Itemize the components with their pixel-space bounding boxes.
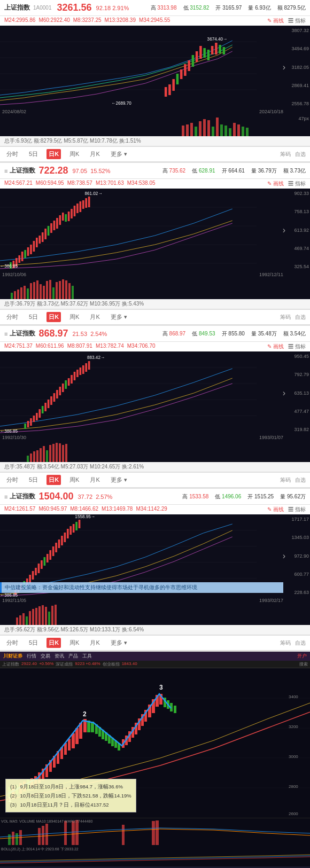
indicator-btn-2[interactable]: ☰ 指标 (288, 180, 306, 187)
tab-yuek-3[interactable]: 月K (88, 475, 102, 485)
choumar-btn-1[interactable]: 筹码 (280, 151, 291, 158)
svg-rect-153 (58, 539, 60, 548)
tab-more-1[interactable]: 更多 ▾ (108, 149, 129, 159)
tab-zhouk-3[interactable]: 周K (67, 475, 81, 485)
svg-rect-13 (199, 46, 202, 59)
tab-5ri-1[interactable]: 5日 (27, 149, 40, 159)
tab-fenshi-1[interactable]: 分时 (4, 149, 20, 159)
svg-rect-122 (30, 453, 32, 462)
indicator-btn-3[interactable]: ☰ 指标 (288, 343, 306, 350)
svg-rect-23 (186, 124, 189, 136)
tab-rik-1[interactable]: 日K (46, 149, 61, 159)
svg-text:3200: 3200 (289, 724, 298, 729)
tab-5ri-2[interactable]: 5日 (27, 312, 40, 322)
tab-rik-2[interactable]: 日K (46, 312, 61, 322)
svg-rect-7 (176, 74, 179, 84)
zixuan-btn-3[interactable]: 自选 (295, 476, 306, 484)
drawing-btn-3[interactable]: ✎ 画线 (267, 343, 284, 350)
stock-name-1: 上证指数 (4, 3, 30, 12)
svg-rect-76 (24, 286, 26, 299)
svg-rect-86 (56, 282, 58, 299)
svg-rect-247 (122, 825, 125, 845)
svg-rect-61 (65, 214, 67, 222)
svg-rect-78 (30, 283, 32, 299)
svg-rect-102 (42, 406, 44, 413)
scroll-indicator-3[interactable]: › (283, 388, 285, 398)
chart-with-notification: 1558.95→ ←386.85 1717.17 1345.03 972.90 … (0, 514, 310, 597)
svg-text:VOL MA5: VOLUME MA10:18940147 : VOL MA5: VOLUME MA10:18940147 MAR0:77444… (1, 819, 92, 823)
stock-name-4: 上证指数 (10, 492, 35, 501)
svg-rect-148 (44, 557, 46, 566)
tab-more-4[interactable]: 更多 ▾ (108, 638, 129, 648)
choumar-btn-4[interactable]: 筹码 (280, 639, 291, 647)
svg-rect-114 (76, 370, 79, 377)
annotation-box-1: (1）9月18日至10月8日，上涨984.7，涨幅36.6% (2）10月8日至… (5, 779, 136, 812)
scroll-indicator-1[interactable]: › (283, 62, 285, 72)
svg-rect-30 (216, 118, 219, 136)
choumar-btn-2[interactable]: 筹码 (280, 314, 291, 321)
svg-rect-128 (49, 445, 51, 462)
tab-rik-3[interactable]: 日K (46, 475, 61, 485)
tab-right-1: 筹码 自选 (280, 151, 306, 158)
svg-rect-8 (180, 69, 183, 79)
drawing-btn-2[interactable]: ✎ 画线 (267, 180, 284, 187)
svg-rect-100 (36, 413, 38, 420)
tab-yuek-1[interactable]: 月K (88, 149, 102, 159)
tab-zhouk-2[interactable]: 周K (67, 312, 81, 322)
svg-text:BOLL(20,2) 上:3014.14 中:2923.68: BOLL(20,2) 上:3014.14 中:2923.68 下:2833.22 (1, 847, 79, 851)
svg-rect-116 (82, 365, 84, 374)
svg-text:2600: 2600 (289, 811, 298, 816)
tab-more-3[interactable]: 更多 ▾ (108, 475, 129, 485)
sub-header-1: 上证指数 2922.40 +0.56% 深证成指 9223 +0.48% 创业板… (0, 661, 310, 668)
svg-rect-51 (36, 238, 38, 247)
zixuan-btn-1[interactable]: 自选 (295, 151, 306, 158)
svg-rect-146 (38, 564, 40, 573)
tab-rik-4[interactable]: 日K (46, 638, 61, 648)
tab-5ri-4[interactable]: 5日 (27, 638, 40, 648)
volume-chart-1: 47px (0, 115, 310, 136)
header-bar-4: ≡ 上证指数 1504.00 37.72 2.57% 高 1533.58 低 1… (0, 489, 310, 505)
header-bar-3: ≡ 上证指数 868.97 21.53 2.54% 高 868.97 低 849… (0, 326, 310, 342)
tab-fenshi-4[interactable]: 分时 (4, 638, 20, 648)
tab-zhouk-4[interactable]: 周K (67, 638, 81, 648)
drawing-btn-1[interactable]: ✎ 画线 (267, 17, 284, 25)
svg-rect-10 (188, 60, 190, 71)
svg-rect-103 (44, 403, 46, 411)
svg-rect-166 (26, 616, 28, 625)
svg-rect-126 (43, 446, 45, 462)
main-chart-3: 883.42→ ←386.85 950.45 792.79 635.13 477… (0, 351, 310, 434)
svg-rect-89 (65, 280, 67, 299)
svg-rect-124 (36, 450, 38, 462)
choumar-btn-3[interactable]: 筹码 (280, 476, 291, 484)
trading-header-1: 川财证券 行情 交易 资讯 产品 工具 开户 (0, 652, 310, 661)
tab-yuek-2[interactable]: 月K (88, 312, 102, 322)
tab-fenshi-3[interactable]: 分时 (4, 475, 20, 485)
zixuan-btn-4[interactable]: 自选 (295, 639, 306, 647)
tab-right-4: 筹码 自选 (280, 639, 306, 647)
tab-5ri-3[interactable]: 5日 (27, 475, 40, 485)
drawing-btn-4[interactable]: ✎ 画线 (267, 506, 284, 513)
svg-rect-155 (64, 533, 66, 542)
tab-fenshi-2[interactable]: 分时 (4, 312, 20, 322)
price-change-1: 92.18 2.91% (96, 5, 129, 11)
tab-zhouk-1[interactable]: 周K (67, 149, 81, 159)
svg-rect-99 (33, 416, 35, 422)
price-main-4: 1504.00 (38, 491, 73, 502)
svg-rect-56 (50, 223, 52, 233)
svg-rect-98 (30, 418, 32, 426)
svg-rect-130 (56, 443, 58, 462)
date-bar-2: 1992/10/06 1992/12/11 (0, 271, 310, 278)
scroll-indicator-2[interactable]: › (283, 225, 285, 235)
svg-rect-147 (41, 560, 43, 569)
svg-rect-48 (27, 247, 29, 256)
tab-more-2[interactable]: 更多 ▾ (108, 312, 129, 322)
svg-rect-83 (46, 281, 48, 299)
tab-yuek-4[interactable]: 月K (88, 638, 102, 648)
stock-name-2: 上证指数 (10, 166, 35, 175)
scroll-indicator-4[interactable]: › (283, 551, 285, 561)
price-scale-4: 1717.17 1345.03 972.90 600.77 228.63 (285, 514, 309, 597)
svg-rect-107 (56, 390, 58, 398)
indicator-btn-4[interactable]: ☰ 指标 (288, 506, 306, 513)
indicator-btn-1[interactable]: ☰ 指标 (288, 17, 306, 25)
zixuan-btn-2[interactable]: 自选 (295, 314, 306, 321)
